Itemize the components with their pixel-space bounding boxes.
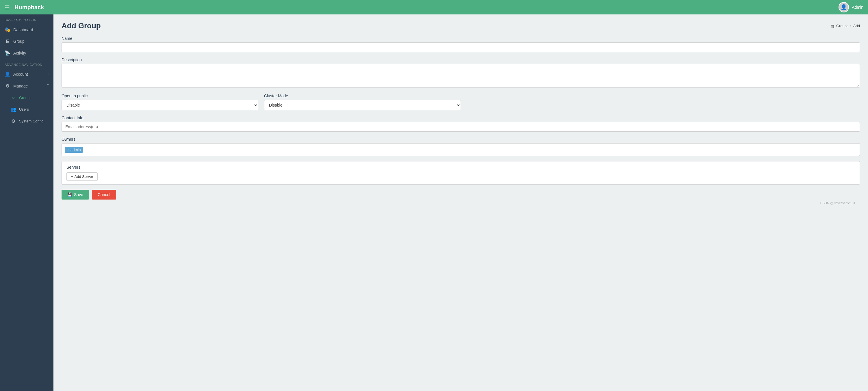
add-server-label: Add Server [74,174,93,179]
open-to-public-select[interactable]: Disable Enable [62,100,258,110]
sidebar-label-system-config: System Config [19,119,43,123]
sidebar-item-users[interactable]: 👥 Users [0,103,54,115]
group-icon: 🖥 [5,39,10,44]
owners-field-group: Owners × admin [62,137,860,156]
contact-info-input[interactable] [62,122,860,132]
owner-tag-label: admin [70,148,81,152]
owner-tag-remove[interactable]: × [67,148,69,152]
owners-input-box[interactable]: × admin [62,143,860,156]
dashboard-icon: 🎭 [5,27,10,32]
sidebar-label-account: Account [13,72,28,76]
activity-icon: 📡 [5,50,10,56]
groups-icon: ○ [10,95,16,100]
avatar: 👤 [839,2,849,12]
sidebar-item-system-config[interactable]: ⚙ System Config [0,115,54,127]
contact-info-label: Contact Info [62,116,860,120]
sidebar-label-activity: Activity [13,51,26,56]
username-label: Admin [852,5,863,9]
cluster-mode-select[interactable]: Disable Enable [264,100,461,110]
owner-tag-admin: × admin [65,147,83,153]
sidebar-label-manage: Manage [13,84,28,88]
name-field-group: Name [62,36,860,52]
sidebar-item-dashboard[interactable]: 🎭 Dashboard [0,24,54,35]
sidebar-item-activity[interactable]: 📡 Activity [0,47,54,59]
sidebar: BASIC NAVIGATION 🎭 Dashboard 🖥 Group 📡 A… [0,14,54,391]
manage-icon: ⚙ [5,83,10,89]
main-content: Add Group ▦ Groups › Add Name Descriptio… [54,14,868,391]
topbar-left: ☰ Humpback [5,4,44,11]
description-label: Description [62,58,860,62]
breadcrumb-icon: ▦ [831,24,835,28]
selects-row: Open to public Disable Enable Cluster Mo… [62,94,860,116]
add-group-form: Name Description Open to public Disable … [62,36,860,200]
topbar: ☰ Humpback 👤 Admin [0,0,868,14]
open-to-public-label: Open to public [62,94,258,98]
footer-text: CSDN @NeverSettle101 [62,200,860,206]
cancel-label: Cancel [98,192,111,197]
page-title: Add Group [62,21,101,30]
brand-logo: Humpback [14,4,44,11]
advance-nav-label: ADVANCE NAVIGATION [0,59,54,68]
menu-icon[interactable]: ☰ [5,4,10,11]
cancel-button[interactable]: Cancel [92,190,116,200]
account-icon: 👤 [5,71,10,77]
sidebar-label-groups: Groups [19,96,31,100]
page-title-row: Add Group ▦ Groups › Add [62,21,860,30]
sidebar-label-users: Users [19,107,29,111]
basic-nav-label: BASIC NAVIGATION [0,14,54,24]
layout: BASIC NAVIGATION 🎭 Dashboard 🖥 Group 📡 A… [0,14,868,391]
description-input[interactable] [62,64,860,88]
description-field-group: Description [62,58,860,88]
sidebar-label-group: Group [13,39,25,43]
breadcrumb-current: Add [853,24,860,28]
system-config-icon: ⚙ [10,119,16,124]
name-input[interactable] [62,42,860,52]
name-label: Name [62,36,860,41]
account-chevron-icon: ‹ [48,72,49,76]
sidebar-item-manage[interactable]: ⚙ Manage ˅ [0,80,54,92]
add-server-plus-icon: + [71,174,73,179]
save-label: Save [74,192,83,197]
contact-info-field-group: Contact Info [62,116,860,132]
add-server-button[interactable]: + Add Server [66,172,98,181]
sidebar-item-group[interactable]: 🖥 Group [0,35,54,47]
breadcrumb-separator: › [850,24,851,28]
form-actions: 💾 Save Cancel [62,190,860,200]
save-icon: 💾 [67,192,72,197]
sidebar-item-account[interactable]: 👤 Account ‹ [0,68,54,80]
cluster-mode-field-group: Cluster Mode Disable Enable [264,94,461,110]
breadcrumb: ▦ Groups › Add [831,24,860,28]
cluster-mode-label: Cluster Mode [264,94,461,98]
servers-box: Servers + Add Server [62,161,860,185]
breadcrumb-groups[interactable]: Groups [836,24,849,28]
open-to-public-field-group: Open to public Disable Enable [62,94,258,110]
users-icon: 👥 [10,106,16,112]
manage-chevron-icon: ˅ [47,84,49,88]
sidebar-item-groups[interactable]: ○ Groups [0,92,54,103]
servers-label: Servers [66,165,855,169]
topbar-right: 👤 Admin [839,2,863,12]
save-button[interactable]: 💾 Save [62,190,89,200]
owners-label: Owners [62,137,860,141]
sidebar-label-dashboard: Dashboard [13,27,33,32]
